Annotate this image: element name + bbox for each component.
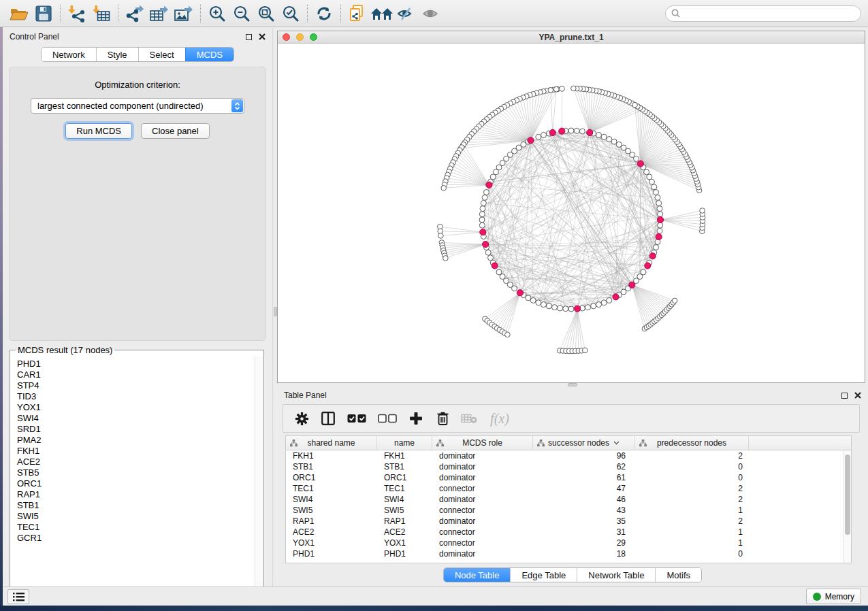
select-all-button[interactable] bbox=[347, 410, 367, 427]
import-network-button[interactable] bbox=[65, 3, 89, 24]
refresh-button[interactable] bbox=[312, 3, 336, 24]
zoom-fit-button[interactable] bbox=[254, 3, 278, 24]
mcds-result-item[interactable]: SWI5 bbox=[17, 511, 255, 522]
mcds-hub-node[interactable] bbox=[575, 306, 581, 312]
mcds-hub-node[interactable] bbox=[486, 182, 492, 188]
tab-motifs[interactable]: Motifs bbox=[655, 568, 701, 582]
tab-select[interactable]: Select bbox=[138, 48, 185, 61]
network-node[interactable] bbox=[657, 206, 662, 212]
search-input[interactable] bbox=[684, 9, 855, 18]
mcds-hub-node[interactable] bbox=[549, 129, 556, 135]
network-node[interactable] bbox=[530, 298, 536, 303]
task-history-button[interactable] bbox=[7, 589, 29, 604]
zoom-in-button[interactable] bbox=[205, 3, 229, 24]
tab-network[interactable]: Network bbox=[42, 48, 96, 61]
vertical-splitter[interactable] bbox=[272, 28, 277, 587]
network-node[interactable] bbox=[568, 306, 574, 312]
network-node[interactable] bbox=[479, 222, 485, 228]
mcds-hub-node[interactable] bbox=[657, 216, 663, 222]
network-node[interactable] bbox=[647, 174, 652, 180]
table-row[interactable]: YOX1YOX1connector291 bbox=[286, 538, 843, 548]
network-leaf-node[interactable] bbox=[505, 332, 511, 337]
import-table-button[interactable] bbox=[89, 3, 114, 24]
network-node[interactable] bbox=[483, 190, 489, 195]
open-session-button[interactable] bbox=[7, 3, 31, 24]
network-node[interactable] bbox=[568, 128, 574, 133]
mcds-hub-node[interactable] bbox=[637, 161, 643, 167]
network-node[interactable] bbox=[658, 222, 663, 228]
network-node[interactable] bbox=[541, 302, 547, 308]
mcds-result-item[interactable]: STB5 bbox=[17, 467, 255, 478]
mcds-result-item[interactable]: TID3 bbox=[17, 391, 255, 402]
first-neighbors-button[interactable] bbox=[370, 3, 394, 24]
mcds-hub-node[interactable] bbox=[656, 233, 662, 240]
network-node[interactable] bbox=[512, 286, 517, 291]
network-node[interactable] bbox=[596, 302, 602, 308]
table-row[interactable]: ORC1ORC1dominator610 bbox=[286, 472, 843, 483]
mcds-hub-node[interactable] bbox=[559, 128, 565, 134]
scrollbar-thumb[interactable] bbox=[845, 455, 850, 535]
network-node[interactable] bbox=[563, 306, 568, 312]
mcds-hub-node[interactable] bbox=[483, 242, 489, 248]
network-leaf-node[interactable] bbox=[553, 86, 559, 92]
delete-table-button[interactable] bbox=[461, 410, 477, 427]
network-node[interactable] bbox=[480, 206, 485, 212]
deselect-all-button[interactable] bbox=[377, 410, 398, 427]
column-header-MCDS-role[interactable]: MCDS role bbox=[432, 436, 533, 450]
mcds-result-item[interactable]: RAP1 bbox=[17, 489, 255, 500]
mcds-hub-node[interactable] bbox=[645, 263, 651, 269]
network-leaf-node[interactable] bbox=[438, 233, 444, 239]
network-leaf-node[interactable] bbox=[441, 186, 447, 191]
mcds-result-item[interactable]: CAR1 bbox=[17, 369, 255, 380]
table-row[interactable]: STB1STB1dominator620 bbox=[286, 461, 843, 472]
network-leaf-node[interactable] bbox=[672, 298, 677, 303]
table-row[interactable]: ACE2ACE2connector311 bbox=[286, 527, 843, 538]
network-node[interactable] bbox=[493, 169, 498, 175]
table-row[interactable]: SWI5SWI5connector431 bbox=[286, 505, 843, 516]
float-panel-icon[interactable] bbox=[841, 393, 848, 399]
network-node[interactable] bbox=[607, 137, 612, 142]
mcds-hub-node[interactable] bbox=[492, 263, 498, 269]
export-table-button[interactable] bbox=[147, 3, 172, 24]
network-node[interactable] bbox=[649, 179, 655, 184]
mcds-hub-node[interactable] bbox=[613, 294, 619, 300]
mcds-result-item[interactable]: ORC1 bbox=[17, 478, 255, 489]
show-column-panel-button[interactable] bbox=[320, 410, 336, 427]
tab-edge-table[interactable]: Edge Table bbox=[510, 568, 577, 582]
tab-network-table[interactable]: Network Table bbox=[577, 568, 655, 582]
network-node[interactable] bbox=[655, 195, 660, 200]
table-settings-button[interactable] bbox=[293, 410, 310, 427]
network-node[interactable] bbox=[490, 174, 496, 180]
show-all-button[interactable] bbox=[419, 3, 443, 24]
network-node[interactable] bbox=[616, 142, 622, 147]
table-row[interactable]: SWI4SWI4dominator462 bbox=[286, 494, 843, 505]
hide-selected-button[interactable] bbox=[394, 3, 419, 24]
mcds-result-item[interactable]: SRD1 bbox=[17, 424, 255, 435]
network-node[interactable] bbox=[574, 128, 579, 133]
close-panel-icon[interactable] bbox=[259, 33, 266, 40]
network-node[interactable] bbox=[601, 300, 607, 306]
network-node[interactable] bbox=[641, 269, 646, 275]
network-node[interactable] bbox=[596, 132, 602, 137]
column-header-predecessor-nodes[interactable]: predecessor nodes bbox=[635, 436, 749, 450]
mcds-hub-node[interactable] bbox=[480, 229, 486, 235]
tab-mcds[interactable]: MCDS bbox=[185, 48, 234, 61]
mcds-result-item[interactable]: ACE2 bbox=[17, 457, 255, 467]
column-header-shared-name[interactable]: shared name bbox=[286, 436, 377, 450]
memory-button[interactable]: Memory bbox=[806, 589, 861, 604]
network-node[interactable] bbox=[536, 134, 541, 139]
network-node[interactable] bbox=[485, 250, 491, 255]
network-node[interactable] bbox=[488, 255, 494, 261]
network-leaf-node[interactable] bbox=[700, 208, 705, 214]
network-node[interactable] bbox=[526, 295, 531, 301]
network-node[interactable] bbox=[654, 190, 659, 195]
export-image-button[interactable] bbox=[172, 3, 196, 24]
network-node[interactable] bbox=[558, 306, 563, 311]
float-panel-icon[interactable] bbox=[246, 34, 252, 40]
export-network-button[interactable] bbox=[123, 3, 147, 24]
mcds-hub-node[interactable] bbox=[528, 137, 534, 144]
network-node[interactable] bbox=[601, 134, 607, 139]
mcds-result-item[interactable]: FKH1 bbox=[17, 446, 255, 457]
network-leaf-node[interactable] bbox=[560, 86, 565, 92]
mcds-result-item[interactable]: PMA2 bbox=[17, 435, 255, 446]
